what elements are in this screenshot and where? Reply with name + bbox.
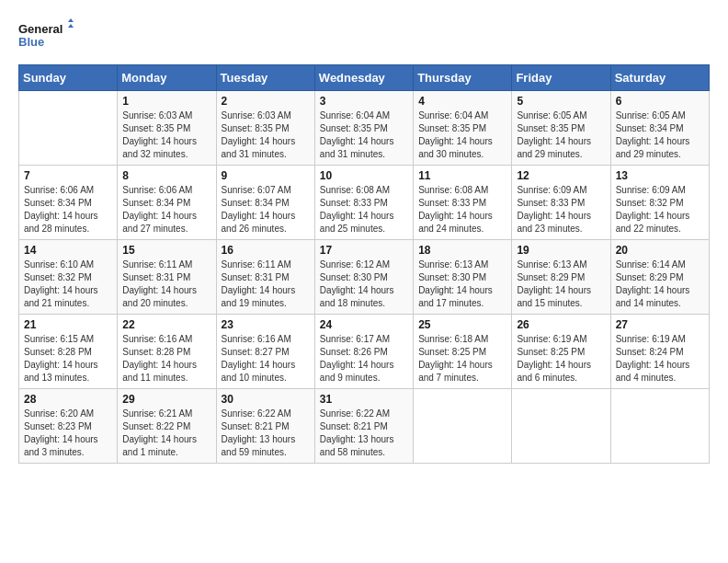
day-number: 14 [24,244,112,257]
calendar-cell [414,389,512,464]
calendar-cell: 29Sunrise: 6:21 AM Sunset: 8:22 PM Dayli… [118,389,216,464]
day-header-sunday: Sunday [19,65,118,91]
calendar-cell: 20Sunrise: 6:14 AM Sunset: 8:29 PM Dayli… [610,240,709,315]
calendar-cell: 4Sunrise: 6:04 AM Sunset: 8:35 PM Daylig… [414,91,512,166]
day-number: 31 [320,393,408,406]
day-number: 11 [418,169,506,182]
calendar-cell: 6Sunrise: 6:05 AM Sunset: 8:34 PM Daylig… [610,91,709,166]
calendar-cell: 16Sunrise: 6:11 AM Sunset: 8:31 PM Dayli… [216,240,314,315]
svg-text:General: General [18,22,63,36]
day-number: 15 [122,244,210,257]
calendar-week-row: 1Sunrise: 6:03 AM Sunset: 8:35 PM Daylig… [19,91,710,166]
day-number: 21 [24,318,112,331]
calendar-cell: 28Sunrise: 6:20 AM Sunset: 8:23 PM Dayli… [19,389,118,464]
calendar-cell: 2Sunrise: 6:03 AM Sunset: 8:35 PM Daylig… [216,91,314,166]
day-info: Sunrise: 6:19 AM Sunset: 8:24 PM Dayligh… [616,333,704,385]
day-info: Sunrise: 6:20 AM Sunset: 8:23 PM Dayligh… [24,408,112,459]
day-number: 19 [517,244,605,257]
day-number: 16 [222,244,310,257]
calendar-cell: 14Sunrise: 6:10 AM Sunset: 8:32 PM Dayli… [19,240,118,315]
calendar-cell: 31Sunrise: 6:22 AM Sunset: 8:21 PM Dayli… [314,389,413,464]
day-info: Sunrise: 6:04 AM Sunset: 8:35 PM Dayligh… [418,109,506,161]
calendar-cell: 30Sunrise: 6:22 AM Sunset: 8:21 PM Dayli… [216,389,314,464]
day-info: Sunrise: 6:22 AM Sunset: 8:21 PM Dayligh… [320,408,408,459]
day-number: 23 [222,318,310,331]
calendar-cell: 21Sunrise: 6:15 AM Sunset: 8:28 PM Dayli… [19,315,118,389]
day-info: Sunrise: 6:09 AM Sunset: 8:32 PM Dayligh… [616,184,704,236]
calendar-week-row: 7Sunrise: 6:06 AM Sunset: 8:34 PM Daylig… [19,166,710,240]
day-header-saturday: Saturday [610,65,709,91]
calendar-cell: 17Sunrise: 6:12 AM Sunset: 8:30 PM Dayli… [314,240,413,315]
calendar-cell: 19Sunrise: 6:13 AM Sunset: 8:29 PM Dayli… [512,240,610,315]
day-header-wednesday: Wednesday [314,65,413,91]
day-info: Sunrise: 6:17 AM Sunset: 8:26 PM Dayligh… [320,333,408,385]
day-number: 28 [24,393,112,406]
calendar-header-row: SundayMondayTuesdayWednesdayThursdayFrid… [19,65,710,91]
day-number: 1 [122,95,210,108]
day-info: Sunrise: 6:08 AM Sunset: 8:33 PM Dayligh… [418,184,506,236]
calendar-week-row: 14Sunrise: 6:10 AM Sunset: 8:32 PM Dayli… [19,240,710,315]
day-number: 2 [222,95,310,108]
calendar-week-row: 28Sunrise: 6:20 AM Sunset: 8:23 PM Dayli… [19,389,710,464]
calendar-cell: 18Sunrise: 6:13 AM Sunset: 8:30 PM Dayli… [414,240,512,315]
day-number: 7 [24,169,112,182]
day-info: Sunrise: 6:07 AM Sunset: 8:34 PM Dayligh… [222,184,310,236]
day-info: Sunrise: 6:08 AM Sunset: 8:33 PM Dayligh… [320,184,408,236]
calendar-table: SundayMondayTuesdayWednesdayThursdayFrid… [18,64,710,464]
day-number: 9 [222,169,310,182]
day-info: Sunrise: 6:22 AM Sunset: 8:21 PM Dayligh… [222,408,310,459]
day-info: Sunrise: 6:11 AM Sunset: 8:31 PM Dayligh… [122,259,210,310]
day-info: Sunrise: 6:06 AM Sunset: 8:34 PM Dayligh… [122,184,210,236]
day-header-monday: Monday [118,65,216,91]
calendar-cell: 8Sunrise: 6:06 AM Sunset: 8:34 PM Daylig… [118,166,216,240]
day-info: Sunrise: 6:15 AM Sunset: 8:28 PM Dayligh… [24,333,112,385]
day-number: 24 [320,318,408,331]
day-number: 29 [122,393,210,406]
day-info: Sunrise: 6:03 AM Sunset: 8:35 PM Dayligh… [122,109,210,161]
day-info: Sunrise: 6:05 AM Sunset: 8:35 PM Dayligh… [517,109,605,161]
calendar-week-row: 21Sunrise: 6:15 AM Sunset: 8:28 PM Dayli… [19,315,710,389]
day-number: 12 [517,169,605,182]
logo-svg: General Blue [18,18,74,55]
day-info: Sunrise: 6:14 AM Sunset: 8:29 PM Dayligh… [616,259,704,310]
day-info: Sunrise: 6:18 AM Sunset: 8:25 PM Dayligh… [418,333,506,385]
day-number: 5 [517,95,605,108]
svg-text:Blue: Blue [18,35,44,49]
day-info: Sunrise: 6:13 AM Sunset: 8:29 PM Dayligh… [517,259,605,310]
calendar-cell: 25Sunrise: 6:18 AM Sunset: 8:25 PM Dayli… [414,315,512,389]
calendar-cell: 15Sunrise: 6:11 AM Sunset: 8:31 PM Dayli… [118,240,216,315]
day-info: Sunrise: 6:11 AM Sunset: 8:31 PM Dayligh… [222,259,310,310]
day-info: Sunrise: 6:05 AM Sunset: 8:34 PM Dayligh… [616,109,704,161]
day-number: 26 [517,318,605,331]
day-number: 20 [616,244,704,257]
day-header-tuesday: Tuesday [216,65,314,91]
calendar-cell: 12Sunrise: 6:09 AM Sunset: 8:33 PM Dayli… [512,166,610,240]
day-number: 3 [320,95,408,108]
day-number: 8 [122,169,210,182]
day-number: 22 [122,318,210,331]
day-info: Sunrise: 6:13 AM Sunset: 8:30 PM Dayligh… [418,259,506,310]
calendar-cell: 13Sunrise: 6:09 AM Sunset: 8:32 PM Dayli… [610,166,709,240]
day-header-friday: Friday [512,65,610,91]
day-number: 17 [320,244,408,257]
calendar-cell: 7Sunrise: 6:06 AM Sunset: 8:34 PM Daylig… [19,166,118,240]
day-number: 6 [616,95,704,108]
day-number: 27 [616,318,704,331]
calendar-cell [610,389,709,464]
calendar-cell [19,91,118,166]
day-info: Sunrise: 6:19 AM Sunset: 8:25 PM Dayligh… [517,333,605,385]
svg-marker-2 [68,18,74,22]
day-number: 10 [320,169,408,182]
day-number: 25 [418,318,506,331]
calendar-cell: 10Sunrise: 6:08 AM Sunset: 8:33 PM Dayli… [314,166,413,240]
calendar-cell: 1Sunrise: 6:03 AM Sunset: 8:35 PM Daylig… [118,91,216,166]
day-info: Sunrise: 6:10 AM Sunset: 8:32 PM Dayligh… [24,259,112,310]
day-number: 4 [418,95,506,108]
day-info: Sunrise: 6:09 AM Sunset: 8:33 PM Dayligh… [517,184,605,236]
day-info: Sunrise: 6:21 AM Sunset: 8:22 PM Dayligh… [122,408,210,459]
day-number: 18 [418,244,506,257]
day-info: Sunrise: 6:04 AM Sunset: 8:35 PM Dayligh… [320,109,408,161]
day-info: Sunrise: 6:03 AM Sunset: 8:35 PM Dayligh… [222,109,310,161]
day-info: Sunrise: 6:12 AM Sunset: 8:30 PM Dayligh… [320,259,408,310]
page-header: General Blue [18,18,710,55]
